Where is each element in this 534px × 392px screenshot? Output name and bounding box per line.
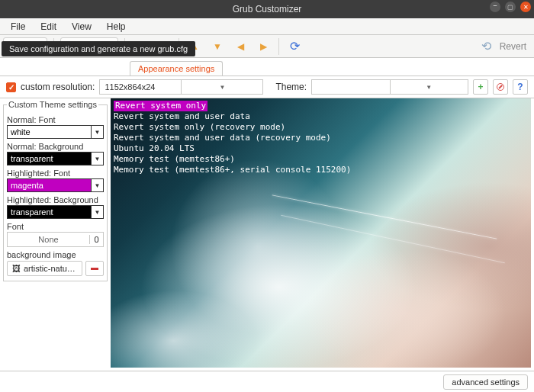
font-label: Font bbox=[7, 222, 104, 231]
normal-bg-color-value: transparent bbox=[7, 152, 92, 165]
resolution-combo[interactable]: 1152x864x24 ▼ bbox=[99, 79, 263, 95]
menu-file[interactable]: File bbox=[5, 20, 31, 34]
theme-label: Theme: bbox=[275, 82, 307, 92]
minus-icon bbox=[91, 268, 98, 270]
titlebar: Grub Customizer bbox=[0, 0, 534, 18]
highlighted-font-color[interactable]: magenta ▼ bbox=[7, 178, 104, 192]
preview-entry: Revert system and user data bbox=[114, 111, 528, 122]
revert-button[interactable]: Revert bbox=[495, 37, 531, 56]
image-icon: 🖼 bbox=[11, 263, 21, 274]
footer: advanced settings bbox=[0, 371, 534, 392]
boot-preview: Revert system only Revert system and use… bbox=[111, 98, 531, 368]
separator bbox=[278, 38, 279, 55]
preview-entry: Memory test (memtest86+) bbox=[114, 154, 528, 165]
move-down-button[interactable]: ▼ bbox=[208, 37, 227, 56]
theme-add-button[interactable]: + bbox=[473, 79, 488, 95]
font-size-value: 0 bbox=[89, 235, 103, 244]
preview-highlighted-entry: Revert system only bbox=[114, 101, 207, 111]
arrow-left-icon: ◀ bbox=[235, 41, 246, 52]
chevron-down-icon: ▼ bbox=[390, 80, 468, 94]
menu-view[interactable]: View bbox=[66, 20, 98, 34]
save-tooltip: Save configuration and generate a new gr… bbox=[2, 41, 195, 56]
theme-remove-button[interactable] bbox=[493, 79, 508, 95]
resolution-row: custom resolution: 1152x864x24 ▼ Theme: … bbox=[0, 76, 534, 98]
normal-font-label: Normal: Font bbox=[7, 115, 104, 124]
preview-entry: Memory test (memtest86+, serial console … bbox=[114, 165, 528, 175]
custom-resolution-label: custom resolution: bbox=[21, 82, 95, 92]
tab-appearance[interactable]: Appearance settings bbox=[130, 61, 223, 76]
refresh-icon: ⟳ bbox=[289, 41, 300, 52]
bg-image-file-button[interactable]: 🖼 artistic-natu… bbox=[7, 261, 82, 276]
revert-label: Revert bbox=[500, 41, 526, 52]
highlighted-font-label: Highlighted: Font bbox=[7, 169, 104, 178]
menu-help[interactable]: Help bbox=[101, 20, 132, 34]
custom-theme-fieldset: Custom Theme settings Normal: Font white… bbox=[3, 100, 108, 281]
arrow-right-icon: ▶ bbox=[258, 41, 269, 52]
highlighted-font-color-value: magenta bbox=[7, 178, 92, 192]
arrow-down-icon: ▼ bbox=[212, 41, 223, 52]
preview-entry: Revert system only (recovery mode) bbox=[114, 122, 528, 133]
normal-font-color-value: white bbox=[7, 125, 92, 139]
bg-image-filename: artistic-natu… bbox=[24, 264, 76, 273]
reload-button[interactable]: ⟳ bbox=[285, 37, 304, 56]
normal-font-color[interactable]: white ▼ bbox=[7, 125, 104, 139]
theme-help-button[interactable]: ? bbox=[513, 79, 528, 95]
bg-image-label: background image bbox=[7, 250, 104, 259]
highlighted-bg-label: Highlighted: Background bbox=[7, 195, 104, 204]
menubar: File Edit View Help bbox=[0, 18, 534, 35]
normal-bg-label: Normal: Background bbox=[7, 142, 104, 151]
close-button[interactable] bbox=[520, 2, 531, 12]
font-none-value: None bbox=[8, 235, 89, 244]
fieldset-legend: Custom Theme settings bbox=[7, 100, 98, 109]
revert-icon: ⟲ bbox=[481, 41, 492, 52]
preview-entry: Ubuntu 20.04 LTS bbox=[114, 143, 528, 154]
theme-combo[interactable]: ▼ bbox=[311, 79, 468, 95]
maximize-button[interactable] bbox=[505, 2, 516, 12]
font-selector[interactable]: None 0 bbox=[7, 232, 104, 247]
chevron-down-icon: ▼ bbox=[181, 80, 262, 94]
window-title: Grub Customizer bbox=[233, 4, 302, 14]
menu-edit[interactable]: Edit bbox=[34, 20, 63, 34]
resolution-value: 1152x864x24 bbox=[100, 82, 181, 92]
move-right-button[interactable]: ▶ bbox=[254, 37, 272, 56]
chevron-down-icon: ▼ bbox=[92, 152, 104, 165]
highlighted-bg-color-value: transparent bbox=[7, 205, 92, 219]
highlighted-bg-color[interactable]: transparent ▼ bbox=[7, 205, 104, 219]
theme-sidebar: Custom Theme settings Normal: Font white… bbox=[0, 98, 111, 371]
chevron-down-icon: ▼ bbox=[92, 125, 104, 139]
preview-entry: Revert system and user data (recovery mo… bbox=[114, 133, 528, 143]
move-left-button[interactable]: ◀ bbox=[231, 37, 249, 56]
advanced-settings-button[interactable]: advanced settings bbox=[443, 374, 528, 390]
tabs-row: Appearance settings bbox=[0, 58, 534, 76]
bg-image-remove-button[interactable] bbox=[85, 261, 104, 276]
minimize-button[interactable] bbox=[490, 2, 500, 12]
chevron-down-icon: ▼ bbox=[92, 178, 104, 192]
chevron-down-icon: ▼ bbox=[92, 205, 104, 219]
normal-bg-color[interactable]: transparent ▼ bbox=[7, 152, 104, 165]
custom-resolution-checkbox[interactable] bbox=[6, 82, 16, 92]
